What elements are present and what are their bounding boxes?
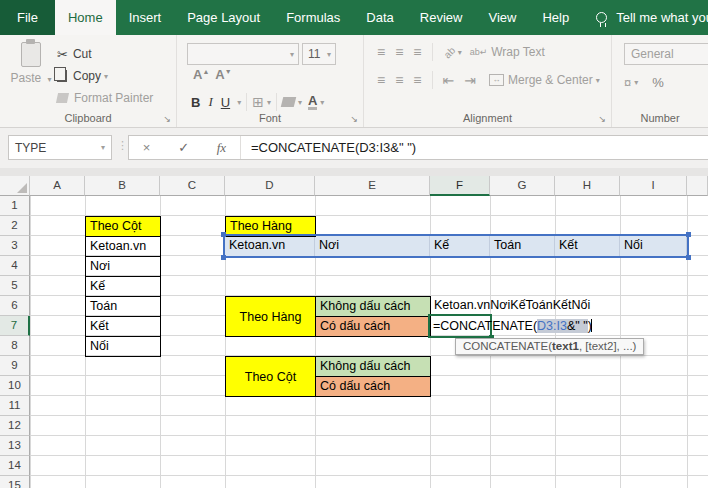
tab-formulas[interactable]: Formulas xyxy=(273,0,353,35)
paste-button[interactable]: Paste ▾ xyxy=(9,42,53,110)
row-header-11[interactable]: 11 xyxy=(0,396,30,416)
increase-font-button[interactable]: A▲ xyxy=(193,67,209,82)
row-header-13[interactable]: 13 xyxy=(0,436,30,456)
cell-G3[interactable]: Toán xyxy=(490,236,555,256)
orientation-button[interactable]: ab xyxy=(441,44,457,60)
tab-insert[interactable]: Insert xyxy=(116,0,175,35)
cut-button[interactable]: ✂ Cut xyxy=(57,43,153,65)
cell-B8[interactable]: Nối xyxy=(85,336,161,357)
row-header-3[interactable]: 3 xyxy=(0,236,30,256)
cell-B3[interactable]: Ketoan.vn xyxy=(85,236,161,257)
column-header-H[interactable]: H xyxy=(555,176,620,196)
row-header-12[interactable]: 12 xyxy=(0,416,30,436)
bold-button[interactable]: B xyxy=(191,95,200,110)
tell-me-box[interactable]: Tell me what you wa xyxy=(596,0,708,35)
decrease-indent-button[interactable]: ⇤ xyxy=(443,72,455,88)
column-header-D[interactable]: D xyxy=(225,176,315,196)
cell-H3[interactable]: Kết xyxy=(555,236,620,256)
cell-D3[interactable]: Ketoan.vn xyxy=(225,236,315,256)
row-header-14[interactable]: 14 xyxy=(0,456,30,476)
format-painter-button[interactable]: Format Painter xyxy=(57,87,153,109)
clipboard-dialog-launcher-icon[interactable]: ↘ xyxy=(163,114,171,124)
cell-I3[interactable]: Nối xyxy=(620,236,687,256)
row-header-15[interactable]: 15 xyxy=(0,476,30,488)
cell-E9[interactable]: Không dấu cách xyxy=(315,356,431,377)
row-header-8[interactable]: 8 xyxy=(0,336,30,356)
chevron-down-icon: ▾ xyxy=(458,48,462,57)
align-center-button[interactable]: ≡ xyxy=(395,72,403,88)
enter-button[interactable]: ✓ xyxy=(178,140,189,155)
name-box[interactable]: TYPE ▾ xyxy=(8,135,112,160)
alignment-dialog-launcher-icon[interactable]: ↘ xyxy=(598,114,606,124)
tab-page-layout[interactable]: Page Layout xyxy=(174,0,273,35)
font-size-combo[interactable]: 11 ▾ xyxy=(302,43,336,65)
formula-input[interactable]: =CONCATENATE(D3:I3&" ") xyxy=(241,140,708,155)
cell-formula-text[interactable]: =CONCATENATE(D3:I3&" ") xyxy=(433,316,592,336)
cell-B2[interactable]: Theo Cột xyxy=(85,216,161,237)
select-all-corner[interactable] xyxy=(0,176,30,196)
font-color-button[interactable]: A xyxy=(308,95,317,110)
row-header-7[interactable]: 7 xyxy=(0,316,30,336)
tab-view[interactable]: View xyxy=(475,0,529,35)
align-left-button[interactable]: ≡ xyxy=(377,72,385,88)
tab-file[interactable]: File xyxy=(0,0,55,35)
column-header-G[interactable]: G xyxy=(490,176,555,196)
chevron-down-icon: ▾ xyxy=(298,98,302,107)
align-bottom-button[interactable]: ≡ xyxy=(413,44,421,60)
align-right-button[interactable]: ≡ xyxy=(413,72,421,88)
align-middle-button[interactable]: ≡ xyxy=(395,44,403,60)
cell-D6[interactable]: Theo Hàng xyxy=(225,296,316,337)
cell-E7[interactable]: Có dấu cách xyxy=(315,316,431,337)
chevron-down-icon: ▾ xyxy=(267,98,271,107)
cell-D2[interactable]: Theo Hàng xyxy=(225,216,316,237)
column-header-E[interactable]: E xyxy=(315,176,430,196)
tab-data[interactable]: Data xyxy=(353,0,406,35)
column-header-C[interactable]: C xyxy=(160,176,225,196)
wrap-text-icon: ab↵ xyxy=(470,47,488,57)
cell-F3[interactable]: Kế xyxy=(430,236,490,256)
row-header-2[interactable]: 2 xyxy=(0,216,30,236)
drag-handle-icon[interactable]: ⋮ xyxy=(117,139,128,152)
row-header-6[interactable]: 6 xyxy=(0,296,30,316)
cell-D9[interactable]: Theo Cột xyxy=(225,356,316,397)
row-header-10[interactable]: 10 xyxy=(0,376,30,396)
cell-B7[interactable]: Kết xyxy=(85,316,161,337)
underline-button[interactable]: U xyxy=(221,95,230,110)
insert-function-button[interactable]: fx xyxy=(217,140,226,156)
wrap-text-button[interactable]: Wrap Text xyxy=(491,45,545,59)
italic-button[interactable]: I xyxy=(208,94,212,110)
cell-F6[interactable]: Ketoan.vnNơiKếToánKếtNối xyxy=(430,296,590,316)
cancel-button[interactable]: × xyxy=(143,140,151,155)
font-name-combo[interactable]: ▾ xyxy=(187,43,299,65)
cell-B6[interactable]: Toán xyxy=(85,296,161,317)
row-header-5[interactable]: 5 xyxy=(0,276,30,296)
tab-help[interactable]: Help xyxy=(529,0,582,35)
column-header-I[interactable]: I xyxy=(620,176,687,196)
column-header-A[interactable]: A xyxy=(30,176,85,196)
accounting-format-button[interactable]: ¤ xyxy=(624,75,631,90)
number-format-combo[interactable]: General ▾ xyxy=(624,43,708,65)
decrease-font-button[interactable]: A▼ xyxy=(215,67,231,82)
column-header-B[interactable]: B xyxy=(85,176,160,196)
tab-review[interactable]: Review xyxy=(407,0,476,35)
number-group: General ▾ ¤ ▾ % Number xyxy=(612,35,708,127)
percent-style-button[interactable]: % xyxy=(652,75,664,90)
fill-color-icon[interactable] xyxy=(281,97,296,107)
cell-E3[interactable]: Nơi xyxy=(315,236,430,256)
column-header-F[interactable]: F xyxy=(430,176,490,196)
cell-B4[interactable]: Nơi xyxy=(85,256,161,277)
cell-B5[interactable]: Kế xyxy=(85,276,161,297)
merge-center-button[interactable]: Merge & Center xyxy=(508,73,593,87)
font-dialog-launcher-icon[interactable]: ↘ xyxy=(350,114,358,124)
align-top-button[interactable]: ≡ xyxy=(377,44,385,60)
row-header-1[interactable]: 1 xyxy=(0,196,30,216)
increase-indent-button[interactable]: ⇥ xyxy=(464,72,476,88)
copy-button[interactable]: Copy ▾ xyxy=(57,65,153,87)
row-header-9[interactable]: 9 xyxy=(0,356,30,376)
tab-home[interactable]: Home xyxy=(55,0,116,35)
borders-button[interactable]: ⊞ xyxy=(252,94,264,110)
cell-E6[interactable]: Không dấu cách xyxy=(315,296,431,317)
row-header-4[interactable]: 4 xyxy=(0,256,30,276)
cell-E10[interactable]: Có dấu cách xyxy=(315,376,431,397)
chevron-down-icon: ▾ xyxy=(290,50,294,59)
